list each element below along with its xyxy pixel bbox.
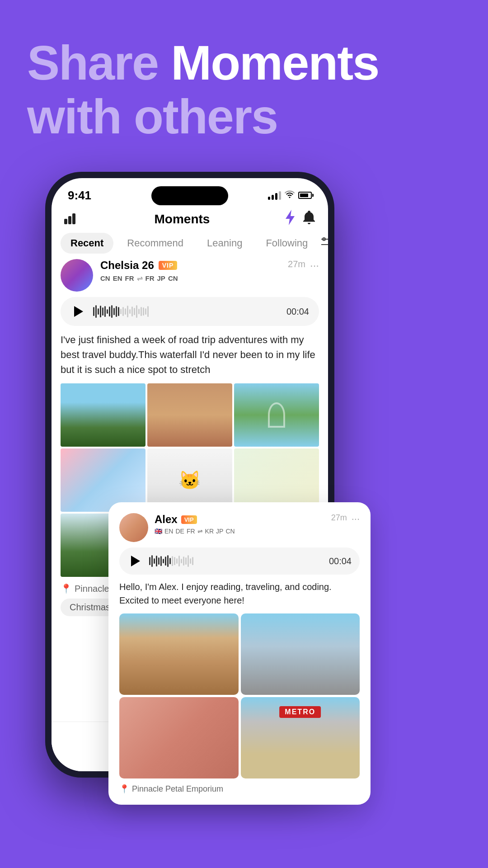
location-icon: 📍 [61,583,72,594]
float-waveform [149,554,324,568]
status-icons [268,190,312,201]
audio-player[interactable]: 00:04 [61,297,319,326]
float-more-button[interactable]: ··· [352,513,360,525]
float-photo-2[interactable] [241,613,360,695]
svg-rect-1 [68,216,71,224]
float-photo-4[interactable]: METRO [241,697,360,778]
float-meta: Alex VIP 🇬🇧 EN DE FR ⇌ KR JP CN [155,513,331,535]
flag-uk: 🇬🇧 [155,528,162,535]
wifi-icon [285,190,295,201]
float-header: Alex VIP 🇬🇧 EN DE FR ⇌ KR JP CN 27m ··· [119,513,360,542]
header-actions [286,210,315,228]
photo-3[interactable] [234,383,319,447]
float-photo-1[interactable] [119,613,239,695]
vip-badge: VIP [159,261,178,270]
app-header: Moments [52,205,328,233]
chart-button[interactable] [64,212,79,226]
post-time: 27m [288,259,305,269]
photo-2[interactable] [147,383,232,447]
float-audio-duration: 00:04 [329,556,352,566]
hero-line2: with others [27,89,277,144]
status-time: 9:41 [68,189,91,203]
float-post-time: 27m [331,513,347,523]
float-photo-grid: METRO [119,613,360,778]
post-meta: Chelsia 26 VIP CN EN FR ⇌ FR JP CN [100,259,288,283]
hero-line1-bold: Moments [171,35,379,90]
avatar-chelsia[interactable] [61,259,93,292]
flash-icon[interactable] [286,210,296,228]
float-username: Alex [155,513,178,526]
language-tags: CN EN FR ⇌ FR JP CN [100,274,288,283]
tab-recent[interactable]: Recent [61,233,113,254]
header-title: Moments [155,212,210,226]
tab-bar: Recent Recommend Leaning Following [52,233,328,254]
tab-following[interactable]: Following [256,233,318,254]
hero-line1-normal: Share [27,35,171,90]
float-photo-3[interactable] [119,697,239,778]
phone-mockup: 9:41 [45,172,334,796]
float-play-button[interactable] [127,553,144,569]
signal-icon [268,191,281,200]
float-location-text: Pinnacle Petal Emporium [132,784,223,794]
hero-section: Share Moments with others [27,36,461,144]
filter-icon[interactable] [321,237,328,250]
lang-en: EN [113,274,122,282]
float-location-icon: 📍 [119,784,129,794]
post-more-button[interactable]: ··· [310,259,319,272]
photo-1[interactable] [61,383,145,447]
tab-recommend[interactable]: Recommend [117,233,193,254]
float-location: 📍 Pinnacle Petal Emporium [119,784,360,794]
post-text: I've just finished a week of road trip a… [61,332,319,377]
float-user-row: Alex VIP [155,513,331,526]
svg-rect-2 [72,213,75,224]
hero-title: Share Moments with others [27,36,461,144]
play-button[interactable] [70,303,87,320]
floating-card-alex: Alex VIP 🇬🇧 EN DE FR ⇌ KR JP CN 27m ··· [108,502,371,805]
dynamic-island [151,186,228,205]
float-vip-badge: VIP [181,515,197,524]
post-header: Chelsia 26 VIP CN EN FR ⇌ FR JP CN [61,259,319,292]
float-audio-player[interactable]: 00:04 [119,547,360,575]
chart-icon [64,212,79,224]
bell-icon[interactable] [303,211,315,227]
audio-duration: 00:04 [286,307,309,317]
lang-fr: FR [125,274,134,282]
user-row: Chelsia 26 VIP [100,259,288,272]
float-languages: 🇬🇧 EN DE FR ⇌ KR JP CN [155,528,331,535]
waveform [93,305,280,318]
avatar-alex[interactable] [119,513,148,542]
battery-icon [298,192,312,199]
tab-leaning[interactable]: Leaning [197,233,252,254]
post-username: Chelsia 26 [100,259,154,272]
float-post-text: Hello, I'm Alex. I enjoy reading, travel… [119,580,360,607]
lang-cn: CN [100,274,110,282]
svg-rect-0 [64,219,67,224]
